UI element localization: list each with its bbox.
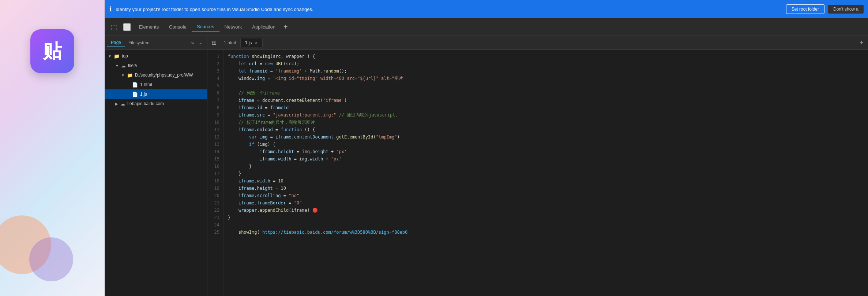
tree-item-d-security[interactable]: ▼ 📁 D:/security/phpstudy_pro/WW [105, 70, 207, 80]
editor-tab-1js[interactable]: 1.js × [241, 38, 263, 47]
app-icon: 贴 [30, 29, 74, 73]
editor-tab-1html[interactable]: 1.html [219, 39, 241, 47]
tree-item-tiebapic[interactable]: ▶ ☁ tiebapic.baidu.com [105, 99, 207, 108]
folder-icon-top: 📁 [114, 53, 120, 59]
close-tab-1js-button[interactable]: × [255, 40, 258, 46]
decorative-circle-2 [29, 237, 73, 281]
tree-label-top: top [122, 53, 128, 59]
device-icon[interactable]: ⬜ [120, 21, 134, 33]
dont-show-button[interactable]: Don't show a [828, 5, 864, 14]
tab-network[interactable]: Network [219, 22, 247, 32]
main-area: Page Filesystem » ··· ▼ 📁 top ▼ ☁ fil [105, 36, 868, 296]
tab-console[interactable]: Console [164, 22, 192, 32]
code-editor: ⊞ 1.html 1.js × + 1234 5678 9101112 1314… [207, 36, 868, 296]
tree-arrow-tiebapic: ▶ [115, 102, 118, 106]
tab-label-1js: 1.js [245, 40, 252, 45]
sub-tab-more-icon[interactable]: » [189, 38, 196, 47]
tree-label-1html: 1.html [140, 82, 152, 87]
file-icon-1js: 📄 [132, 92, 138, 97]
devtools-panel: ℹ Identify your project's root folder to… [105, 0, 868, 296]
sub-tab-filesystem[interactable]: Filesystem [125, 39, 153, 47]
file-tree-panel: Page Filesystem » ··· ▼ 📁 top ▼ ☁ fil [105, 36, 207, 296]
tree-arrow-file: ▼ [115, 64, 119, 68]
tree-item-top[interactable]: ▼ 📁 top [105, 51, 207, 61]
folder-icon-d-security: 📁 [127, 73, 133, 78]
add-editor-tab-button[interactable]: + [857, 37, 867, 48]
tree-label-file: file:// [128, 63, 137, 68]
tree-arrow-top: ▼ [108, 54, 112, 58]
cloud-icon-tiebapic: ☁ [120, 101, 125, 107]
inspect-icon[interactable]: ⬚ [108, 21, 120, 33]
tree-item-1html[interactable]: ▶ 📄 1.html [105, 80, 207, 89]
tree-arrow-d-security: ▼ [121, 73, 125, 77]
devtools-tab-bar: ⬚ ⬜ Elements Console Sources Network App… [105, 18, 868, 36]
code-content[interactable]: 1234 5678 9101112 13141516 17181920 2122… [207, 50, 868, 296]
info-message: Identify your project's root folder to o… [116, 7, 782, 12]
tree-item-file[interactable]: ▼ ☁ file:// [105, 61, 207, 70]
tree-label-tiebapic: tiebapic.baidu.com [127, 101, 164, 106]
file-tree: ▼ 📁 top ▼ ☁ file:// ▼ 📁 D:/security/phps… [105, 50, 207, 296]
code-lines[interactable]: function showImg(src, wrapper ) { let ur… [223, 50, 868, 296]
editor-panel-icon[interactable]: ⊞ [209, 38, 219, 48]
sub-tab-dots-icon[interactable]: ··· [196, 38, 205, 47]
sub-tabs: Page Filesystem » ··· [105, 36, 207, 50]
cloud-icon-file: ☁ [121, 63, 126, 69]
tree-label-d-security: D:/security/phpstudy_pro/WW [135, 73, 193, 78]
info-icon: ℹ [109, 5, 112, 13]
file-icon-1html: 📄 [132, 82, 138, 88]
preview-panel: 贴 [0, 0, 105, 296]
tab-elements[interactable]: Elements [134, 22, 164, 32]
info-bar: ℹ Identify your project's root folder to… [105, 0, 868, 18]
tab-application[interactable]: Application [247, 22, 281, 32]
app-icon-text: 贴 [43, 38, 62, 64]
add-tab-button[interactable]: + [281, 21, 291, 33]
tree-label-1js: 1.js [140, 92, 147, 97]
sub-tab-page[interactable]: Page [107, 38, 125, 47]
line-numbers: 1234 5678 9101112 13141516 17181920 2122… [207, 50, 223, 296]
tab-sources[interactable]: Sources [192, 22, 219, 32]
tree-item-1js[interactable]: ▶ 📄 1.js [105, 89, 207, 99]
editor-tabs: ⊞ 1.html 1.js × + [207, 36, 868, 50]
set-root-folder-button[interactable]: Set root folder [786, 4, 824, 14]
tab-label-1html: 1.html [224, 40, 236, 45]
